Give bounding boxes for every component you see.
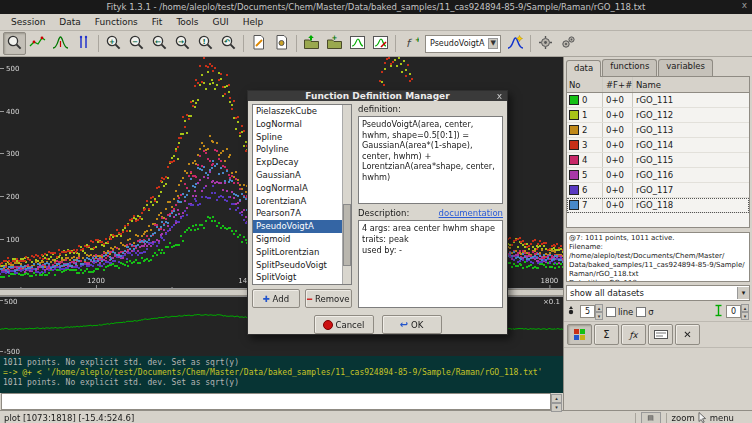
open-data-button[interactable] <box>300 32 323 55</box>
menu-data[interactable]: Data <box>52 16 88 28</box>
function-list-item-Polyline[interactable]: Polyline <box>253 143 342 156</box>
dataset-filter-dropdown[interactable]: show all datasets ▾ <box>566 285 750 301</box>
zoom-mode-button[interactable] <box>3 32 26 55</box>
cell-f: 0+0 <box>603 168 633 182</box>
add-function-button[interactable]: ✚Add <box>252 289 300 308</box>
zoom-left-button[interactable]: ← <box>148 32 171 55</box>
table-row-rGO_113[interactable]: 20+0rGO_113 <box>567 123 749 138</box>
status-mode-button[interactable]: ▤ <box>641 412 661 423</box>
function-list-item-Pearson7A[interactable]: Pearson7A <box>253 207 342 220</box>
dataset-color-swatch[interactable] <box>569 170 579 180</box>
cell-no: 2 <box>567 123 603 137</box>
cancel-button[interactable]: Cancel <box>314 315 374 334</box>
sigma-checkbox-box[interactable] <box>636 307 646 317</box>
zoom-all-button[interactable]: ! <box>194 32 217 55</box>
point-size-spinner[interactable]: 5 ▴▾ <box>580 305 603 318</box>
data-transform-button[interactable] <box>648 324 673 345</box>
fit-settings-button[interactable] <box>557 32 580 55</box>
table-row-rGO_112[interactable]: 10+0rGO_112 <box>567 108 749 123</box>
function-list-item-LorentzianA[interactable]: LorentzianA <box>253 195 342 208</box>
function-list-item-PseudoVoigtA[interactable]: PseudoVoigtA <box>253 220 342 233</box>
dataset-color-swatch[interactable] <box>569 200 579 210</box>
dataset-table: No#F+#Name00+0rGO_11110+0rGO_11220+0rGO_… <box>566 76 750 228</box>
sum-datasets-button[interactable]: Σ <box>594 324 619 345</box>
console-line: 1011 points. No explicit std. dev. Set a… <box>3 378 560 388</box>
menu-fit[interactable]: Fit <box>145 16 170 28</box>
edit-script-icon <box>250 34 267 53</box>
edit-script-button[interactable] <box>247 32 270 55</box>
menu-gui[interactable]: GUI <box>206 16 236 28</box>
window-close-button[interactable]: x <box>742 0 747 10</box>
auto-add-peak-button[interactable] <box>504 32 527 55</box>
dataset-color-swatch[interactable] <box>569 140 579 150</box>
table-row-rGO_117[interactable]: 60+0rGO_117 <box>567 183 749 198</box>
dataset-colors-button[interactable] <box>567 324 592 345</box>
append-data-button[interactable]: + <box>323 32 346 55</box>
shift-spinner[interactable]: 0 ▴▾ <box>726 305 749 318</box>
function-list-item-LogNormal[interactable]: LogNormal <box>253 118 342 131</box>
peak-add-mode-button[interactable] <box>49 32 72 55</box>
cell-name: rGO_117 <box>633 185 749 195</box>
select-arrow-icon[interactable]: ▼ <box>488 38 497 49</box>
zoom-out-button[interactable]: − <box>125 32 148 55</box>
run-fit-button[interactable] <box>534 32 557 55</box>
function-list-item-LogNormalA[interactable]: LogNormalA <box>253 182 342 195</box>
dataset-color-swatch[interactable] <box>569 125 579 135</box>
table-row-rGO_115[interactable]: 40+0rGO_115 <box>567 153 749 168</box>
scrollbar-thumb[interactable] <box>343 204 351 267</box>
function-list-item-Sigmoid[interactable]: Sigmoid <box>253 233 342 246</box>
edit-formula-button[interactable]: ƒx <box>621 324 646 345</box>
zoom-all-icon: ! <box>197 34 214 53</box>
menu-functions[interactable]: Functions <box>88 16 145 28</box>
run-fit-icon <box>537 34 554 53</box>
function-list-item-PielaszekCube[interactable]: PielaszekCube <box>253 105 342 118</box>
function-list-item-Spline[interactable]: Spline <box>253 131 342 144</box>
tab-data[interactable]: data <box>566 60 601 77</box>
tab-variables[interactable]: variables <box>658 59 713 76</box>
function-list-item-SplitPseudoVoigt[interactable]: SplitPseudoVoigt <box>253 259 342 272</box>
activate-mode-button[interactable] <box>72 32 95 55</box>
function-list-item-GaussianA[interactable]: GaussianA <box>253 169 342 182</box>
line-checkbox-box[interactable] <box>606 307 616 317</box>
definition-textarea[interactable]: PseudoVoigtA(area, center, hwhm, shape=0… <box>358 116 503 204</box>
dialog-close-button[interactable]: x <box>497 91 502 101</box>
table-row-rGO_114[interactable]: 30+0rGO_114 <box>567 138 749 153</box>
ok-button[interactable]: ↩OK <box>382 315 442 334</box>
zoom-in-button[interactable]: + <box>102 32 125 55</box>
function-type-select[interactable]: PseudoVoigtA▼ <box>425 35 501 53</box>
line-checkbox[interactable]: line <box>606 307 633 317</box>
table-row-rGO_111[interactable]: 00+0rGO_111 <box>567 93 749 108</box>
table-row-rGO_118[interactable]: 70+0rGO_118 <box>567 198 749 213</box>
data-range-mode-button[interactable] <box>26 32 49 55</box>
dropdown-arrow-icon[interactable]: ▾ <box>737 287 749 299</box>
zoom-undo-button[interactable]: ↶ <box>217 32 240 55</box>
delete-dataset-button[interactable]: ✕ <box>675 324 700 345</box>
function-list-item-SplitVoigt[interactable]: SplitVoigt <box>253 271 342 284</box>
point-size-icon <box>567 305 577 319</box>
dataset-color-swatch[interactable] <box>569 185 579 195</box>
export-plot-button[interactable] <box>369 32 392 55</box>
menu-help[interactable]: Help <box>236 16 271 28</box>
config-plot-button[interactable] <box>346 32 369 55</box>
define-function-button[interactable]: f+ <box>399 32 422 55</box>
session-log-button[interactable] <box>270 32 293 55</box>
documentation-link[interactable]: documentation <box>439 208 503 218</box>
dataset-color-swatch[interactable] <box>569 155 579 165</box>
table-row-rGO_116[interactable]: 50+0rGO_116 <box>567 168 749 183</box>
menu-tools[interactable]: Tools <box>169 16 205 28</box>
dataset-color-swatch[interactable] <box>569 110 579 120</box>
remove-function-button[interactable]: ━Remove <box>305 289 353 308</box>
cell-no: 0 <box>567 93 603 107</box>
command-input[interactable] <box>1 393 551 410</box>
svg-text:+: + <box>332 34 338 42</box>
menu-session[interactable]: Session <box>4 16 52 28</box>
input-history-spinner[interactable]: ▴▾ <box>551 394 562 409</box>
sigma-checkbox[interactable]: σ <box>636 307 653 317</box>
tab-functions[interactable]: functions <box>602 59 657 76</box>
dataset-color-swatch[interactable] <box>569 95 579 105</box>
function-list-item-ExpDecay[interactable]: ExpDecay <box>253 156 342 169</box>
fityk-window: Fityk 1.3.1 - /home/aleplo/test/Document… <box>0 0 752 423</box>
zoom-right-button[interactable]: → <box>171 32 194 55</box>
function-list-item-SplitLorentzian[interactable]: SplitLorentzian <box>253 246 342 259</box>
function-list-scrollbar[interactable] <box>342 105 351 284</box>
